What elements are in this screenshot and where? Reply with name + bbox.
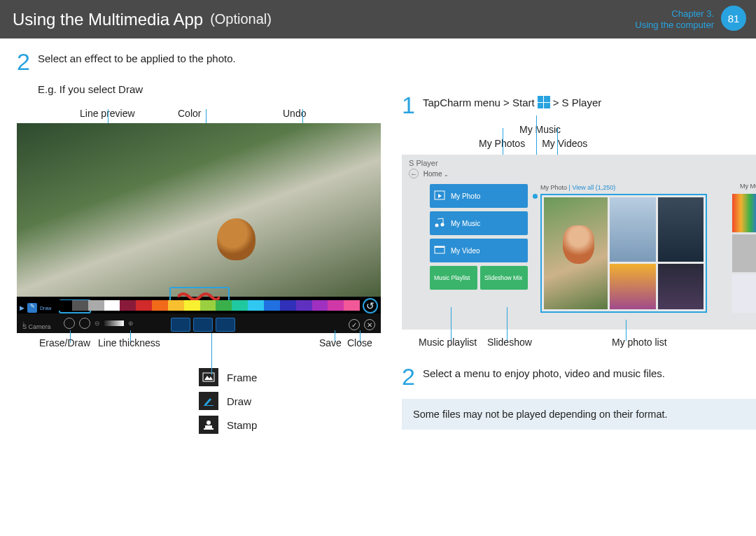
label-save: Save [319, 337, 342, 348]
example-heading: E.g. If you select Draw [38, 83, 381, 95]
step-1-text: TapCharm menu > Start > S Player [423, 96, 756, 108]
label-slideshow: Slideshow [487, 337, 532, 348]
windows-start-icon [538, 96, 550, 108]
section-label: Using the computer [635, 20, 714, 31]
note-box: Some ﬁles may not be played depending on… [402, 399, 756, 430]
svg-point-8 [435, 224, 439, 227]
splayer-breadcrumb: ← Home ⌄ [402, 169, 756, 178]
splayer-photo-pane: My Photo | View all (1,250) My Mu [540, 184, 756, 323]
color-swatch[interactable] [136, 300, 152, 311]
svg-rect-5 [204, 428, 214, 430]
color-swatch[interactable] [168, 300, 184, 311]
color-swatch[interactable] [72, 300, 88, 311]
color-swatch[interactable] [216, 300, 232, 311]
svg-marker-7 [438, 194, 442, 198]
photo-thumb-2[interactable] [610, 197, 655, 262]
label-music-playlist: Music playlist [419, 337, 477, 348]
close-button[interactable]: ✕ [364, 319, 375, 330]
frame-tab[interactable] [171, 318, 190, 332]
color-swatch[interactable] [296, 300, 312, 311]
color-swatch[interactable] [200, 300, 216, 311]
splayer-menu: My Photo My Music My Video [430, 184, 528, 323]
draw-icon [199, 392, 218, 410]
photo-thumb-1[interactable] [544, 197, 608, 309]
legend-draw: Draw [227, 395, 251, 407]
label-my-photo-list: My photo list [612, 337, 667, 348]
color-swatch[interactable] [56, 300, 72, 311]
photo-thumb-3[interactable] [658, 197, 704, 262]
color-swatch[interactable] [88, 300, 104, 311]
tile-my-music[interactable]: My Music [430, 211, 528, 235]
color-swatch[interactable] [104, 300, 120, 311]
color-swatch[interactable] [184, 300, 200, 311]
top-callout-labels: Line preview Color Undo [80, 108, 381, 119]
photo-thumb-5[interactable] [658, 264, 704, 309]
color-swatch[interactable] [232, 300, 248, 311]
right-column: 1 TapCharm menu > Start > S Player My Mu… [402, 52, 756, 439]
photo-canvas [17, 123, 381, 297]
svg-rect-4 [205, 425, 212, 428]
color-swatch[interactable] [312, 300, 328, 311]
chapter-label: Chapter 3. [635, 8, 714, 20]
color-swatch[interactable] [120, 300, 136, 311]
label-line-preview: Line preview [80, 108, 178, 119]
color-swatch[interactable] [280, 300, 296, 311]
erase-draw-toggle[interactable] [64, 318, 75, 329]
svg-rect-2 [204, 405, 214, 406]
label-close: Close [347, 337, 372, 348]
thickness-slider[interactable] [104, 320, 124, 326]
label-my-music: My Music [519, 124, 756, 135]
header-chapter-block: Chapter 3. Using the computer [635, 8, 714, 31]
my-mu-label: My Mu [740, 183, 756, 190]
photo-grid[interactable] [540, 194, 707, 313]
music-thumb-strip [732, 194, 756, 313]
label-line-thickness: Line thickness [98, 337, 160, 348]
photo-thumb-4[interactable] [610, 264, 655, 309]
svg-point-3 [206, 421, 211, 425]
save-button[interactable]: ✓ [349, 319, 360, 330]
step-1-number: 1 [402, 92, 415, 119]
header-subtitle: (Optional) [210, 11, 272, 27]
draw-tab[interactable] [193, 318, 213, 332]
label-erase-draw: Erase/Draw [39, 337, 90, 348]
draw-tool-icon[interactable]: ✎ [27, 303, 37, 313]
label-color: Color [178, 108, 283, 119]
right-step-2: 2 Select a menu to enjoy photo, video an… [402, 367, 756, 379]
left-column: 2 Select an eﬀect to be applied to the p… [17, 52, 381, 439]
color-swatch[interactable] [264, 300, 280, 311]
legend-stamp: Stamp [227, 419, 257, 431]
color-swatch[interactable] [328, 300, 344, 311]
icon-legend: Frame Draw Stamp [199, 368, 381, 434]
bottom-callout-labels: Erase/Draw Line thickness Save Close [17, 337, 381, 355]
color-swatch[interactable] [152, 300, 168, 311]
svg-marker-1 [204, 376, 213, 380]
page-number-badge: 81 [721, 6, 746, 31]
color-palette-bar[interactable] [56, 300, 360, 311]
page-header: Using the Multimedia App (Optional) Chap… [0, 0, 756, 38]
s-camera-screenshot: ▶ ✎ Draw › ⊖ ⊕ [17, 123, 381, 333]
tile-slideshow-mix[interactable]: Slideshow Mix [480, 266, 528, 290]
label-my-videos: My Videos [542, 138, 587, 149]
color-swatch[interactable] [344, 300, 360, 311]
stamp-tab[interactable] [216, 318, 235, 332]
step-2r-text: Select a menu to enjoy photo, video and … [423, 367, 756, 379]
svg-point-9 [441, 223, 444, 227]
legend-frame: Frame [227, 372, 257, 383]
dot-photo [533, 194, 538, 199]
erase-draw-toggle-2[interactable] [79, 318, 90, 329]
svg-rect-0 [203, 373, 214, 381]
header-title: Using the Multimedia App [13, 10, 203, 29]
tile-my-video[interactable]: My Video [430, 239, 528, 262]
tile-music-playlist[interactable]: Music Playlist [430, 266, 477, 290]
undo-button[interactable] [363, 298, 378, 313]
back-icon[interactable]: ← [409, 169, 419, 178]
step-2-text: Select an eﬀect to be applied to the pho… [38, 52, 381, 65]
step-2-number: 2 [17, 48, 30, 76]
splayer-title: S Player [402, 155, 756, 169]
color-swatch[interactable] [248, 300, 264, 311]
splayer-bottom-labels: Music playlist Slideshow My photo list [402, 337, 756, 352]
svg-rect-11 [435, 246, 444, 248]
step-2r-number: 2 [402, 363, 415, 390]
tile-my-photo[interactable]: My Photo [430, 184, 528, 208]
line-preview-stroke [178, 291, 220, 299]
